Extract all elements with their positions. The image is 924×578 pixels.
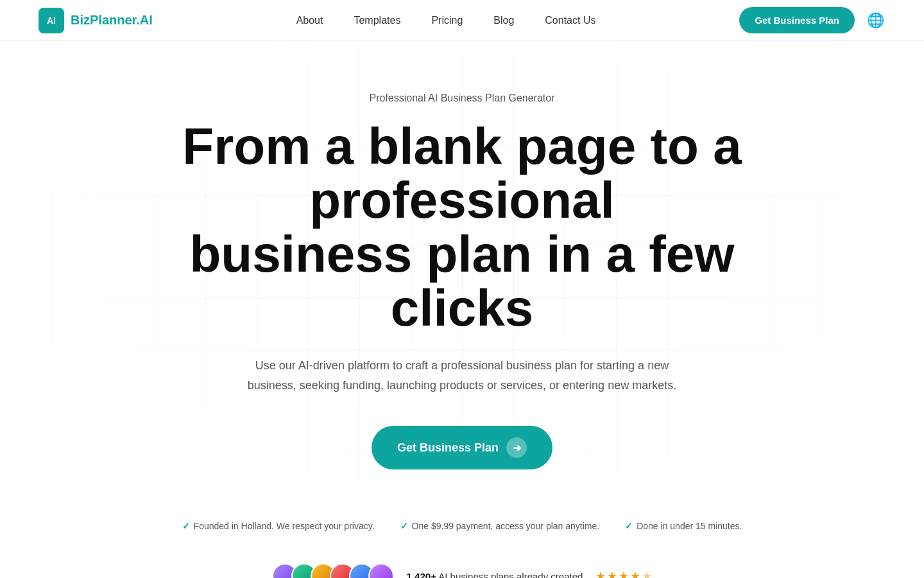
star-rating: ★ ★ ★ ★ ★	[595, 569, 652, 578]
navbar-cta-button[interactable]: Get Business Plan	[739, 7, 855, 33]
nav-link-pricing[interactable]: Pricing	[431, 15, 463, 26]
arrow-icon: ➜	[506, 437, 527, 458]
check-icon: ✓	[400, 521, 408, 531]
hero-content: Professional AI Business Plan Generator …	[13, 92, 911, 578]
nav-links: About Templates Pricing Blog Contact Us	[296, 15, 596, 26]
nav-link-templates[interactable]: Templates	[354, 15, 400, 26]
navbar-right: Get Business Plan 🌐	[739, 7, 886, 33]
star-icon: ★	[595, 569, 606, 578]
star-icon: ★	[630, 569, 640, 578]
social-proof-text: 1,420+ AI business plans already created	[407, 571, 583, 578]
check-icon: ✓	[182, 521, 190, 531]
star-icon: ★	[607, 569, 617, 578]
hero-subtitle: Professional AI Business Plan Generator	[13, 92, 911, 104]
logo-icon: AI	[38, 8, 64, 33]
language-selector-icon[interactable]: 🌐	[865, 10, 886, 31]
check-icon: ✓	[625, 521, 633, 531]
logo-area: AI BizPlanner.AI	[38, 8, 153, 33]
avatar-group	[272, 563, 394, 578]
nav-link-contact[interactable]: Contact Us	[545, 15, 595, 26]
hero-description: Use our AI-driven platform to craft a pr…	[244, 356, 680, 395]
trust-item-payment: ✓ One $9.99 payment, access your plan an…	[400, 521, 600, 531]
nav-link-blog[interactable]: Blog	[493, 15, 514, 26]
navbar: AI BizPlanner.AI About Templates Pricing…	[0, 0, 924, 41]
star-icon: ★	[619, 569, 629, 578]
avatar	[368, 563, 394, 578]
star-icon: ★	[642, 569, 652, 578]
nav-link-about[interactable]: About	[296, 15, 323, 26]
hero-section: Professional AI Business Plan Generator …	[0, 41, 924, 578]
hero-title: From a blank page to a professional busi…	[154, 119, 770, 335]
trust-item-time: ✓ Done in under 15 minutes.	[625, 521, 742, 531]
logo-text: BizPlanner.AI	[71, 13, 153, 28]
trust-badges: ✓ Founded in Holland. We respect your pr…	[13, 521, 911, 531]
trust-item-privacy: ✓ Founded in Holland. We respect your pr…	[182, 521, 375, 531]
social-proof: 1,420+ AI business plans already created…	[13, 563, 911, 578]
hero-cta-button[interactable]: Get Business Plan ➜	[372, 426, 552, 469]
